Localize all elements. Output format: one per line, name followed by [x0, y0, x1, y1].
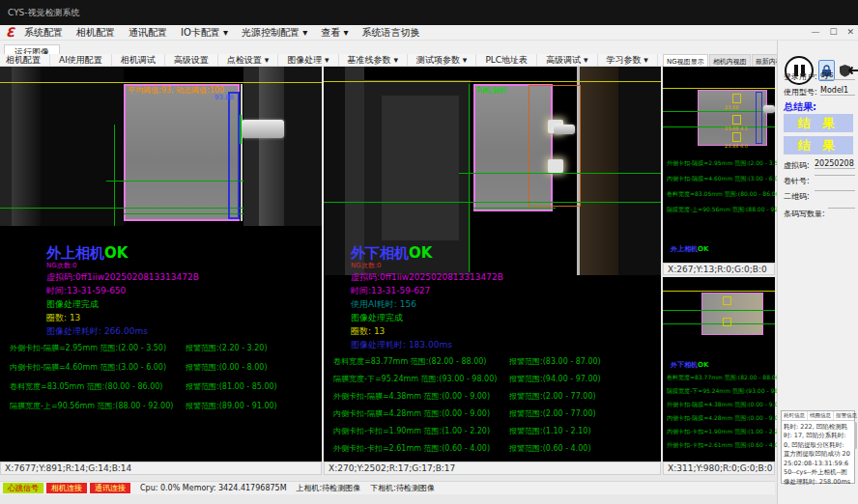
ng-count-text: NG次数:0: [46, 261, 76, 270]
machine-band: [0, 67, 12, 226]
log-line: 卷料宽度=83.77mm 范围:(82.00 - 88.00): [667, 374, 782, 382]
lower-camera-view[interactable]: AI检测框 外下相机OK NG次数:0 虚拟码:0ff1iiw202502081…: [324, 67, 661, 462]
minimize-button[interactable]: —: [811, 27, 819, 37]
menu-bar: Ɛ 系统配置 相机配置 通讯配置 IO卡配置 ▾ 光源控制配置 ▾ 查看 ▾ 系…: [0, 25, 858, 41]
log-line: 卷料宽度=83.05mm 范围:(80.00 - 86.00): [667, 190, 782, 199]
toolbar-plc-address[interactable]: PLC地址表: [485, 54, 537, 67]
measurement-alarm: 报警范围:(2.20 - 3.20): [186, 343, 268, 353]
log-line: 隔膜宽度-上=90.56mm 范围:(88.00 - 92.00): [667, 206, 789, 214]
thumbnail-lower-view[interactable]: 外下相机OK 卷料宽度=83.77mm 范围:(82.00 - 88.00) 隔…: [663, 277, 775, 462]
elapsed-line: 图像处理耗时: 266.00ms: [46, 325, 148, 338]
reference-line-yellow: [663, 291, 775, 292]
menu-item-view[interactable]: 查看 ▾: [321, 26, 348, 40]
measurement-value: 外侧卡扣-隔膜=2.95mm 范围:(2.00 - 3.50): [10, 343, 166, 353]
measurement-alarm: 报警范围:(81.00 - 85.00): [186, 381, 277, 392]
qr-field[interactable]: [815, 190, 855, 191]
machine-band: [41, 67, 124, 226]
measurement-value: 外侧卡扣-隔膜=4.38mm 范围:(0.00 - 9.00): [333, 391, 490, 402]
toolbar-test-params[interactable]: 测试项参数 ▾: [416, 54, 476, 67]
app-status-bar: 心跳信号 相机连接 通讯连接 Cpu: 0.0% Memory: 3424.41…: [0, 481, 775, 494]
measurement-row: 隔膜宽度-下=95.24mm 范围:(93.00 - 98.00) 报警范围:(…: [324, 374, 661, 385]
menu-item-language[interactable]: 系统语言切换: [361, 26, 419, 40]
window-titlebar[interactable]: CYS-视觉检测系统: [0, 0, 858, 25]
lower-camera-status: 下相机:待检测图像: [370, 483, 435, 493]
menu-item-system-config[interactable]: 系统配置: [24, 26, 63, 40]
toolbar-camera-debug[interactable]: 相机调试: [121, 54, 165, 67]
machine-band: [284, 67, 322, 226]
measure-line-green: [124, 213, 243, 214]
menu-item-io-config[interactable]: IO卡配置 ▾: [181, 26, 228, 40]
measure-line-green: [469, 84, 470, 272]
feature-box-yellow: [723, 318, 731, 326]
toolbar-learning-params[interactable]: 学习参数 ▾: [607, 54, 658, 67]
thumbnail-upper-view[interactable]: 23.88 23.88 4.1 23.88 6.0 外侧卡扣-隔膜=2.95mm…: [663, 67, 775, 263]
virtual-code-line: 虚拟码:0ff1iiw2025020813313472B: [46, 271, 199, 284]
toolbar-image-processing[interactable]: 图像处理 ▾: [287, 54, 338, 67]
result-box-upper: 结 果: [784, 114, 853, 132]
log-line: 外侧卡扣-隔膜=2.95mm 范围:(2.00 - 3.50): [667, 159, 785, 168]
toolbar-baseline-params[interactable]: 基准线参数 ▾: [348, 54, 408, 67]
measurement-alarm: 报警范围:(0.00 - 8.00): [186, 362, 268, 373]
upper-camera-image[interactable]: 平均阈值:93, 动态阈值:100 93.88: [0, 67, 322, 226]
upper-camera-cursor-status: X:7677;Y:891;R:14;G:14;B:14: [0, 462, 322, 475]
time-line: 时间:13-31-59-650: [46, 285, 126, 297]
measurement-alarm: 报警范围:(1.10 - 2.10): [509, 426, 591, 436]
qr-label: 二维码:: [784, 191, 810, 202]
result-ok-text: OK: [409, 244, 432, 262]
tab-connector: [242, 120, 284, 138]
measurement-alarm: 报警范围:(2.00 - 77.00): [509, 408, 596, 419]
tab-ng-view[interactable]: NG视图显示: [663, 54, 708, 67]
film-region: [701, 293, 763, 335]
feature-label: 23.88 6.0: [725, 143, 748, 149]
maximize-button[interactable]: ☐: [829, 27, 837, 37]
bright-feature: [548, 159, 563, 173]
menu-item-camera-config[interactable]: 相机配置: [76, 26, 115, 40]
tab-alarm-info[interactable]: 报警信息: [834, 411, 858, 420]
menu-item-light-config[interactable]: 光源控制配置 ▾: [242, 26, 307, 40]
upper-camera-view[interactable]: 平均阈值:93, 动态阈值:100 93.88 外上相机OK NG次数:0 虚拟…: [0, 67, 322, 462]
toolbar-advanced-settings[interactable]: 高级设置: [174, 54, 218, 67]
stats-scrollbar[interactable]: [854, 422, 857, 449]
virtual-code-field[interactable]: 20250208: [815, 159, 855, 169]
tab-connector: [763, 105, 775, 113]
loop-count-line: 圈数: 13: [46, 312, 80, 324]
measure-line-green: [459, 173, 661, 174]
machine-band: [12, 67, 41, 226]
window-controls: — ☐ ✕: [811, 27, 854, 37]
toolbar-camera-config[interactable]: 相机配置: [6, 54, 50, 67]
reference-line-yellow: [663, 88, 775, 89]
machine-band: [243, 67, 259, 226]
thumbnail-upper-cursor-status: X:267;Y:13;R:0;G:0;B:0: [663, 263, 775, 275]
stats-panel: 耗时信息 线圈信息 报警信息 耗时: 222, 凹陷检测耗时: 17, 凹陷分系…: [781, 410, 855, 484]
tab-coil-info[interactable]: 线圈信息: [808, 411, 834, 420]
write-count-field[interactable]: [828, 208, 855, 209]
log-line: 内侧卡扣-卡扣=1.90mm 范围:(1.00 - 2.20): [667, 428, 785, 436]
log-line: 内侧卡扣-隔膜=4.28mm 范围:(0.00 - 9.00): [667, 414, 785, 423]
tab-camera-inner-view[interactable]: 相机内视图: [709, 54, 751, 67]
total-result-label: 总结果:: [784, 100, 816, 114]
measurement-row: 内侧卡扣-隔膜=4.60mm 范围:(3.00 - 6.00) 报警范围:(0.…: [0, 362, 322, 374]
measurement-alarm: 报警范围:(83.00 - 87.00): [509, 356, 601, 367]
toolbar-ai-usage-config[interactable]: AI使用配置: [59, 54, 112, 67]
measure-line-green: [324, 202, 661, 203]
model-value-field[interactable]: Model1: [820, 86, 855, 96]
toolbar-advanced-debug[interactable]: 高级调试 ▾: [546, 54, 597, 67]
measurement-value: 内侧卡扣-隔膜=4.60mm 范围:(3.00 - 6.00): [10, 362, 166, 373]
close-button[interactable]: ✕: [846, 27, 854, 37]
measure-line-green: [473, 208, 556, 209]
thumbnail-lower-cursor-status: X:311;Y:980;R:0;G:0;B:0: [663, 462, 775, 475]
user-label: 登录用户:: [784, 71, 817, 82]
user-value-field[interactable]: cys: [820, 70, 855, 80]
model-label: 使用型号:: [784, 87, 817, 98]
measurement-row: 外侧卡扣-隔膜=4.38mm 范围:(0.00 - 9.00) 报警范围:(2.…: [324, 391, 661, 403]
log-line: 外侧卡扣-卡扣=2.61mm 范围:(0.60 - 4.00): [667, 441, 785, 450]
menu-item-comm-config[interactable]: 通讯配置: [129, 26, 167, 40]
measurement-row: 内侧卡扣-卡扣=1.90mm 范围:(1.00 - 2.20) 报警范围:(1.…: [324, 426, 661, 437]
tab-elapsed-info[interactable]: 耗时信息: [782, 411, 808, 420]
result-ok-text: OK: [698, 361, 708, 369]
measurement-value: 隔膜宽度-下=95.24mm 范围:(93.00 - 98.00): [333, 374, 497, 384]
toolbar-spot-check[interactable]: 点检设置 ▾: [227, 54, 278, 67]
measurement-row: 外侧卡扣-卡扣=2.61mm 范围:(0.60 - 4.00) 报警范围:(0.…: [324, 443, 661, 455]
needle-field[interactable]: [815, 175, 855, 176]
feature-label: 23.88 4.1: [725, 126, 748, 131]
